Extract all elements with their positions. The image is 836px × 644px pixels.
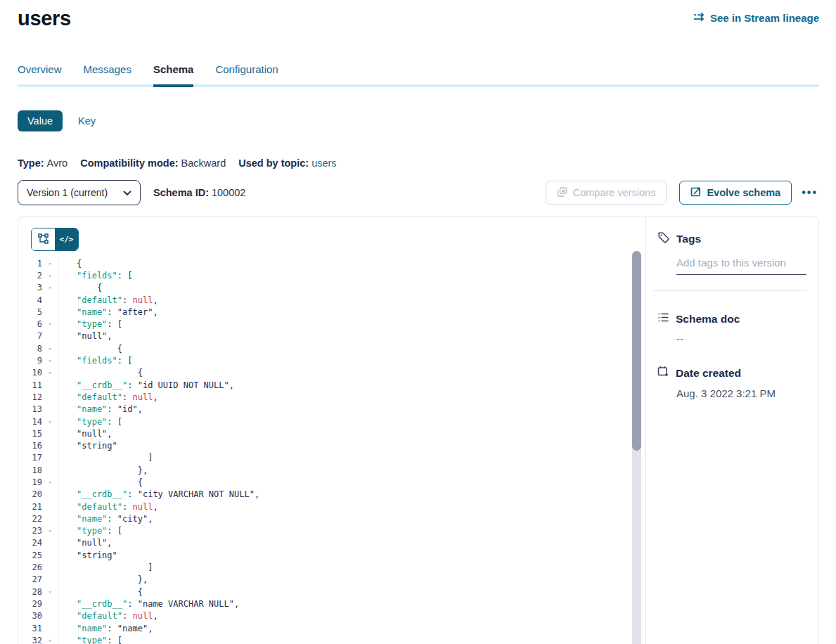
schema-card: </> 1▾{2▾ "fields": [3▾ {4 "default": nu…: [18, 217, 819, 644]
sidebar-divider: [653, 290, 806, 291]
see-in-stream-lineage-link[interactable]: See in Stream lineage: [693, 12, 819, 24]
code-text: "type": [: [58, 416, 645, 427]
fold-toggle-icon[interactable]: ▾: [42, 637, 58, 644]
tab-overview[interactable]: Overview: [18, 63, 62, 84]
code-text: "fields": [: [58, 354, 645, 366]
code-line: 12 "default": null,: [18, 391, 645, 403]
tree-view-button[interactable]: [32, 228, 55, 250]
code-text: "__crdb__": "city VARCHAR NOT NULL",: [58, 489, 645, 501]
code-toolbar: </>: [18, 217, 645, 251]
schema-page: users See in Stream lineage Overview Mes…: [0, 0, 836, 644]
tab-messages[interactable]: Messages: [84, 63, 131, 84]
code-text: {: [58, 282, 645, 294]
code-line: 23▾ "type": [: [18, 525, 645, 537]
code-text: "__crdb__": "name VARCHAR NULL",: [58, 598, 645, 610]
schema-doc-section: Schema doc --: [657, 312, 806, 344]
code-line: 14▾ "type": [: [18, 416, 645, 427]
view-toggle: </>: [31, 228, 79, 251]
fold-toggle-icon[interactable]: ▾: [42, 284, 58, 291]
doc-list-icon: [657, 312, 669, 326]
line-number: 26: [18, 562, 42, 572]
compare-versions-button[interactable]: Compare versions: [546, 181, 667, 205]
code-line: 24 "null",: [18, 537, 645, 549]
line-number: 17: [18, 453, 42, 463]
code-line: 21 "default": null,: [18, 501, 645, 513]
code-text: "default": null,: [58, 391, 645, 403]
fold-toggle-icon[interactable]: ▾: [42, 369, 58, 376]
fold-toggle-icon[interactable]: ▾: [42, 321, 58, 328]
tags-header: Tags: [657, 231, 806, 247]
more-options-button[interactable]: •••: [800, 184, 819, 201]
date-created-header: Date created: [657, 366, 806, 380]
code-text: "default": null,: [58, 501, 645, 513]
code-text: },: [58, 464, 645, 476]
schema-type: Type:Avro: [18, 157, 67, 169]
code-view-button[interactable]: </>: [55, 228, 78, 250]
line-number: 7: [18, 331, 42, 341]
code-text: {: [58, 367, 645, 379]
fold-toggle-icon[interactable]: ▾: [42, 418, 58, 425]
code-line: 32▾ "type": [: [18, 634, 645, 644]
evolve-schema-button[interactable]: Evolve schema: [679, 181, 792, 205]
code-line: 6▾ "type": [: [18, 318, 645, 330]
code-line: 27 },: [18, 574, 645, 586]
code-text: "name": "id",: [58, 404, 645, 416]
code-line: 5 "name": "after",: [18, 306, 645, 318]
line-number: 15: [18, 429, 42, 439]
line-number: 9: [18, 356, 42, 366]
line-number: 16: [18, 441, 42, 451]
add-tags-input[interactable]: [676, 247, 806, 275]
line-number: 23: [18, 526, 42, 536]
code-line: 22 "name": "city",: [18, 513, 645, 524]
code-text: "default": null,: [58, 610, 645, 622]
value-segment-button[interactable]: Value: [18, 110, 63, 131]
date-created-section: Date created Aug. 3 2022 3:21 PM: [657, 366, 806, 399]
code-line: 13 "name": "id",: [18, 404, 645, 416]
schema-sidebar: Tags Schema doc --: [645, 217, 818, 644]
schema-doc-value: --: [676, 333, 806, 344]
line-number: 32: [18, 636, 42, 644]
line-number: 28: [18, 587, 42, 597]
code-text: "string": [58, 439, 645, 451]
fold-toggle-icon[interactable]: ▾: [42, 588, 58, 595]
version-select[interactable]: Version 1 (current): [18, 180, 141, 205]
line-number: 29: [18, 599, 42, 609]
used-by-topic: Used by topic:users: [238, 157, 336, 169]
fold-toggle-icon[interactable]: ▾: [42, 260, 58, 267]
code-text: "type": [: [58, 634, 645, 644]
line-number: 20: [18, 489, 42, 499]
fold-toggle-icon[interactable]: ▾: [42, 357, 58, 364]
code-line: 7 "null",: [18, 330, 645, 342]
code-text: "type": [: [58, 525, 645, 537]
line-number: 12: [18, 392, 42, 402]
fold-toggle-icon[interactable]: ▾: [42, 479, 58, 486]
vertical-scrollbar[interactable]: [632, 251, 641, 644]
line-number: 19: [18, 477, 42, 487]
page-title: users: [18, 7, 71, 30]
scrollbar-thumb[interactable]: [632, 251, 641, 451]
topic-link[interactable]: users: [311, 157, 336, 169]
key-segment-button[interactable]: Key: [78, 115, 96, 127]
calendar-plus-icon: [657, 366, 669, 380]
tab-schema[interactable]: Schema: [153, 63, 194, 84]
code-text: "null",: [58, 427, 645, 439]
line-number: 21: [18, 502, 42, 512]
tab-configuration[interactable]: Configuration: [215, 63, 278, 84]
code-line: 25 "string": [18, 549, 645, 561]
line-number: 3: [18, 283, 42, 292]
tree-view-icon: [38, 233, 49, 246]
line-number: 25: [18, 550, 42, 560]
fold-toggle-icon[interactable]: ▾: [42, 272, 58, 279]
code-text: {: [58, 586, 645, 598]
code-line: 1▾{: [18, 257, 645, 269]
code-line: 30 "default": null,: [18, 610, 645, 622]
code-line: 19▾ {: [18, 476, 645, 488]
date-created-value: Aug. 3 2022 3:21 PM: [676, 387, 806, 399]
code-line: 2▾ "fields": [: [18, 269, 645, 281]
line-number: 24: [18, 538, 42, 548]
compare-versions-icon: [557, 187, 567, 199]
line-number: 13: [18, 404, 42, 414]
fold-toggle-icon[interactable]: ▾: [42, 527, 58, 534]
fold-toggle-icon[interactable]: ▾: [42, 345, 58, 352]
code-text: {: [58, 476, 645, 488]
